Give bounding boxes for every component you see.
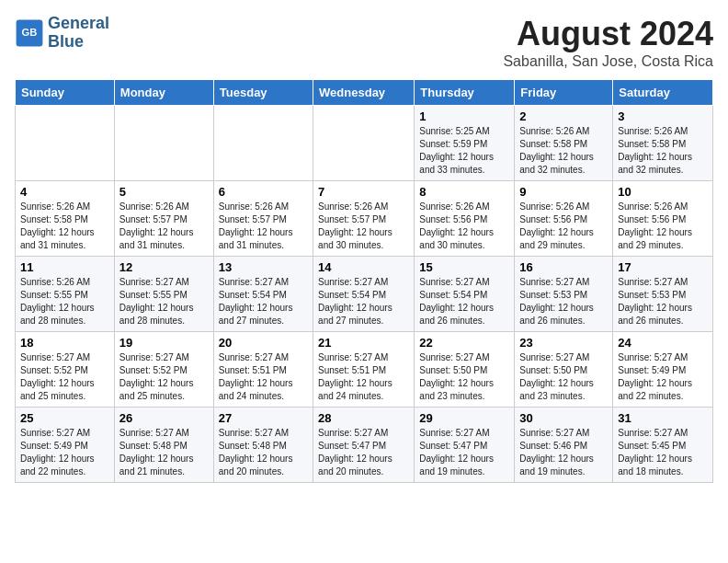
day-info: Sunrise: 5:27 AM Sunset: 5:45 PM Dayligh… bbox=[618, 427, 708, 478]
calendar-cell: 25Sunrise: 5:27 AM Sunset: 5:49 PM Dayli… bbox=[16, 408, 115, 483]
calendar-cell: 14Sunrise: 5:27 AM Sunset: 5:54 PM Dayli… bbox=[313, 257, 415, 332]
day-info: Sunrise: 5:27 AM Sunset: 5:50 PM Dayligh… bbox=[419, 351, 509, 403]
col-header-wednesday: Wednesday bbox=[313, 80, 415, 106]
day-number: 20 bbox=[219, 336, 308, 350]
day-number: 12 bbox=[119, 260, 209, 274]
calendar-cell: 18Sunrise: 5:27 AM Sunset: 5:52 PM Dayli… bbox=[16, 332, 115, 408]
logo: GB General Blue bbox=[15, 15, 109, 52]
calendar-cell: 15Sunrise: 5:27 AM Sunset: 5:54 PM Dayli… bbox=[415, 257, 515, 332]
calendar-cell: 24Sunrise: 5:27 AM Sunset: 5:49 PM Dayli… bbox=[613, 332, 713, 408]
day-number: 15 bbox=[419, 260, 509, 274]
calendar-cell: 11Sunrise: 5:26 AM Sunset: 5:55 PM Dayli… bbox=[16, 257, 115, 332]
day-info: Sunrise: 5:27 AM Sunset: 5:51 PM Dayligh… bbox=[219, 351, 308, 403]
day-number: 30 bbox=[519, 411, 608, 425]
day-number: 26 bbox=[119, 411, 209, 425]
calendar-cell: 22Sunrise: 5:27 AM Sunset: 5:50 PM Dayli… bbox=[415, 332, 515, 408]
day-info: Sunrise: 5:27 AM Sunset: 5:54 PM Dayligh… bbox=[318, 276, 409, 327]
day-info: Sunrise: 5:27 AM Sunset: 5:50 PM Dayligh… bbox=[519, 351, 608, 403]
page-header: GB General Blue August 2024 Sabanilla, S… bbox=[15, 15, 713, 70]
day-info: Sunrise: 5:26 AM Sunset: 5:57 PM Dayligh… bbox=[219, 201, 308, 252]
day-number: 28 bbox=[318, 411, 409, 425]
day-info: Sunrise: 5:26 AM Sunset: 5:55 PM Dayligh… bbox=[20, 276, 109, 327]
calendar-cell: 29Sunrise: 5:27 AM Sunset: 5:47 PM Dayli… bbox=[415, 408, 515, 483]
calendar-cell: 5Sunrise: 5:26 AM Sunset: 5:57 PM Daylig… bbox=[114, 181, 213, 257]
month-year: August 2024 bbox=[503, 15, 713, 53]
logo-icon: GB bbox=[15, 18, 44, 48]
day-info: Sunrise: 5:27 AM Sunset: 5:51 PM Dayligh… bbox=[318, 351, 409, 403]
calendar-cell: 30Sunrise: 5:27 AM Sunset: 5:46 PM Dayli… bbox=[515, 408, 613, 483]
calendar-cell: 28Sunrise: 5:27 AM Sunset: 5:47 PM Dayli… bbox=[313, 408, 415, 483]
calendar-table: SundayMondayTuesdayWednesdayThursdayFrid… bbox=[15, 79, 713, 483]
calendar-cell: 23Sunrise: 5:27 AM Sunset: 5:50 PM Dayli… bbox=[515, 332, 613, 408]
day-info: Sunrise: 5:27 AM Sunset: 5:52 PM Dayligh… bbox=[20, 351, 109, 403]
calendar-cell: 8Sunrise: 5:26 AM Sunset: 5:56 PM Daylig… bbox=[415, 181, 515, 257]
calendar-cell: 10Sunrise: 5:26 AM Sunset: 5:56 PM Dayli… bbox=[613, 181, 713, 257]
day-info: Sunrise: 5:26 AM Sunset: 5:58 PM Dayligh… bbox=[20, 201, 109, 252]
day-number: 17 bbox=[618, 260, 708, 274]
calendar-cell bbox=[213, 106, 313, 181]
logo-text: General Blue bbox=[48, 15, 109, 52]
day-number: 27 bbox=[219, 411, 308, 425]
col-header-tuesday: Tuesday bbox=[213, 80, 313, 106]
day-number: 19 bbox=[119, 336, 209, 350]
calendar-cell: 1Sunrise: 5:25 AM Sunset: 5:59 PM Daylig… bbox=[415, 106, 515, 181]
calendar-cell: 26Sunrise: 5:27 AM Sunset: 5:48 PM Dayli… bbox=[114, 408, 213, 483]
calendar-cell: 12Sunrise: 5:27 AM Sunset: 5:55 PM Dayli… bbox=[114, 257, 213, 332]
col-header-friday: Friday bbox=[515, 80, 613, 106]
day-info: Sunrise: 5:27 AM Sunset: 5:48 PM Dayligh… bbox=[119, 427, 209, 478]
calendar-week-row: 18Sunrise: 5:27 AM Sunset: 5:52 PM Dayli… bbox=[16, 332, 713, 408]
day-info: Sunrise: 5:27 AM Sunset: 5:54 PM Dayligh… bbox=[219, 276, 308, 327]
day-number: 4 bbox=[20, 185, 109, 199]
day-info: Sunrise: 5:26 AM Sunset: 5:56 PM Dayligh… bbox=[419, 201, 509, 252]
title-block: August 2024 Sabanilla, San Jose, Costa R… bbox=[503, 15, 713, 70]
day-info: Sunrise: 5:27 AM Sunset: 5:54 PM Dayligh… bbox=[419, 276, 509, 327]
calendar-cell bbox=[16, 106, 115, 181]
day-number: 11 bbox=[20, 260, 109, 274]
col-header-sunday: Sunday bbox=[16, 80, 115, 106]
day-number: 18 bbox=[20, 336, 109, 350]
day-number: 23 bbox=[519, 336, 608, 350]
calendar-cell bbox=[313, 106, 415, 181]
calendar-week-row: 11Sunrise: 5:26 AM Sunset: 5:55 PM Dayli… bbox=[16, 257, 713, 332]
day-number: 21 bbox=[318, 336, 409, 350]
day-number: 9 bbox=[519, 185, 608, 199]
day-number: 14 bbox=[318, 260, 409, 274]
col-header-thursday: Thursday bbox=[415, 80, 515, 106]
calendar-header-row: SundayMondayTuesdayWednesdayThursdayFrid… bbox=[16, 80, 713, 106]
day-number: 6 bbox=[219, 185, 308, 199]
calendar-cell: 19Sunrise: 5:27 AM Sunset: 5:52 PM Dayli… bbox=[114, 332, 213, 408]
day-info: Sunrise: 5:27 AM Sunset: 5:48 PM Dayligh… bbox=[219, 427, 308, 478]
day-number: 2 bbox=[519, 109, 608, 123]
day-info: Sunrise: 5:27 AM Sunset: 5:55 PM Dayligh… bbox=[119, 276, 209, 327]
calendar-cell: 2Sunrise: 5:26 AM Sunset: 5:58 PM Daylig… bbox=[515, 106, 613, 181]
svg-text:GB: GB bbox=[22, 27, 38, 38]
calendar-cell: 13Sunrise: 5:27 AM Sunset: 5:54 PM Dayli… bbox=[213, 257, 313, 332]
calendar-cell: 7Sunrise: 5:26 AM Sunset: 5:57 PM Daylig… bbox=[313, 181, 415, 257]
day-info: Sunrise: 5:27 AM Sunset: 5:47 PM Dayligh… bbox=[419, 427, 509, 478]
calendar-cell: 4Sunrise: 5:26 AM Sunset: 5:58 PM Daylig… bbox=[16, 181, 115, 257]
day-info: Sunrise: 5:26 AM Sunset: 5:56 PM Dayligh… bbox=[618, 201, 708, 252]
calendar-cell: 27Sunrise: 5:27 AM Sunset: 5:48 PM Dayli… bbox=[213, 408, 313, 483]
day-info: Sunrise: 5:27 AM Sunset: 5:49 PM Dayligh… bbox=[618, 351, 708, 403]
day-info: Sunrise: 5:25 AM Sunset: 5:59 PM Dayligh… bbox=[419, 125, 509, 177]
calendar-cell: 20Sunrise: 5:27 AM Sunset: 5:51 PM Dayli… bbox=[213, 332, 313, 408]
day-number: 29 bbox=[419, 411, 509, 425]
day-number: 24 bbox=[618, 336, 708, 350]
calendar-week-row: 4Sunrise: 5:26 AM Sunset: 5:58 PM Daylig… bbox=[16, 181, 713, 257]
day-info: Sunrise: 5:27 AM Sunset: 5:46 PM Dayligh… bbox=[519, 427, 608, 478]
calendar-cell: 9Sunrise: 5:26 AM Sunset: 5:56 PM Daylig… bbox=[515, 181, 613, 257]
calendar-cell: 17Sunrise: 5:27 AM Sunset: 5:53 PM Dayli… bbox=[613, 257, 713, 332]
calendar-week-row: 1Sunrise: 5:25 AM Sunset: 5:59 PM Daylig… bbox=[16, 106, 713, 181]
day-number: 1 bbox=[419, 109, 509, 123]
day-number: 22 bbox=[419, 336, 509, 350]
calendar-cell bbox=[114, 106, 213, 181]
calendar-cell: 16Sunrise: 5:27 AM Sunset: 5:53 PM Dayli… bbox=[515, 257, 613, 332]
col-header-saturday: Saturday bbox=[613, 80, 713, 106]
day-number: 13 bbox=[219, 260, 308, 274]
day-number: 25 bbox=[20, 411, 109, 425]
day-number: 5 bbox=[119, 185, 209, 199]
calendar-cell: 3Sunrise: 5:26 AM Sunset: 5:58 PM Daylig… bbox=[613, 106, 713, 181]
day-info: Sunrise: 5:26 AM Sunset: 5:58 PM Dayligh… bbox=[519, 125, 608, 177]
calendar-cell: 31Sunrise: 5:27 AM Sunset: 5:45 PM Dayli… bbox=[613, 408, 713, 483]
calendar-week-row: 25Sunrise: 5:27 AM Sunset: 5:49 PM Dayli… bbox=[16, 408, 713, 483]
